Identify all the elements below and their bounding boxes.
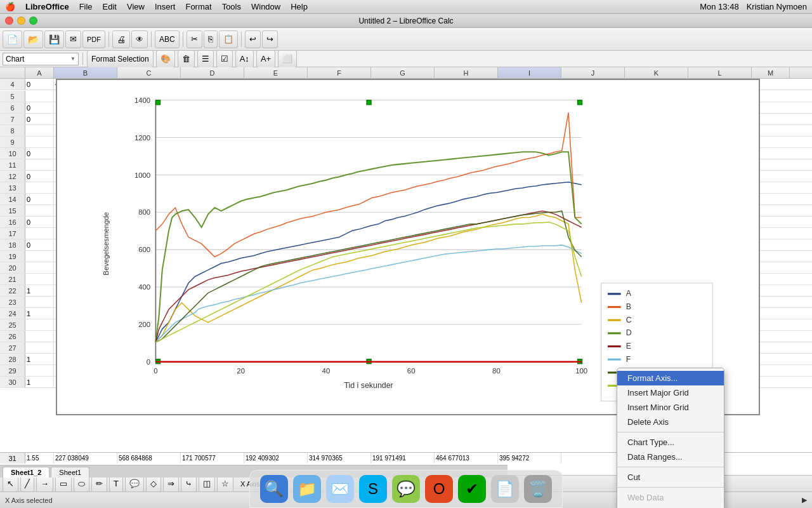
cell[interactable] [25, 342, 54, 353]
redo-button[interactable]: ↪ [262, 30, 278, 48]
pdf-button[interactable]: PDF [82, 30, 105, 48]
dock-trash[interactable]: 🗑️ [524, 475, 552, 503]
cell[interactable]: 0 [25, 194, 54, 204]
print-button[interactable]: 🖨 [112, 30, 130, 48]
ctx-cut[interactable]: Cut [617, 470, 724, 485]
save-button[interactable]: 💾 [44, 30, 64, 48]
col-header-a[interactable]: A [25, 67, 54, 78]
undo-button[interactable]: ↩ [245, 30, 261, 48]
maximize-button[interactable] [29, 17, 37, 25]
new-button[interactable]: 📄 [3, 30, 22, 48]
minimize-button[interactable] [17, 17, 25, 25]
col-header-f[interactable]: F [308, 67, 371, 78]
format-selection-button[interactable]: Format Selection [87, 50, 154, 68]
col-header-b[interactable]: B [54, 67, 117, 78]
ctx-delete-axis[interactable]: Delete Axis [617, 415, 724, 429]
cell[interactable]: 1 [25, 354, 54, 364]
name-box-arrow[interactable]: ▼ [70, 56, 75, 62]
cell[interactable]: 0 [25, 171, 54, 182]
open-button[interactable]: 📂 [23, 30, 43, 48]
cell[interactable]: 0 [25, 217, 54, 227]
ctx-insert-minor-grid[interactable]: Insert Minor Grid [617, 400, 724, 415]
col-header-k[interactable]: K [625, 67, 688, 78]
col-header-d[interactable]: D [181, 67, 244, 78]
cell[interactable]: 1 [25, 308, 54, 319]
menu-insert[interactable]: Insert [155, 2, 176, 11]
menu-view[interactable]: View [127, 2, 145, 11]
cell[interactable]: 314 970365 [308, 453, 371, 464]
cell[interactable]: 0 [25, 148, 54, 159]
menu-tools[interactable]: Tools [222, 2, 241, 11]
apple-menu[interactable]: 🍎 [5, 2, 15, 11]
cell[interactable]: 191 971491 [371, 453, 435, 464]
paste-button[interactable]: 📋 [219, 30, 238, 48]
col-header-e[interactable]: E [244, 67, 308, 78]
spellcheck-button[interactable]: ABC [155, 30, 180, 48]
chart-fontsize-btn[interactable]: A+ [256, 50, 275, 68]
chart-container[interactable]: Bevegelsesmengde [56, 79, 760, 415]
chart-style-btn1[interactable]: 🎨 [156, 50, 175, 68]
cell[interactable] [25, 182, 54, 193]
dock-finder[interactable]: 🔍 [260, 475, 288, 503]
cell[interactable] [25, 319, 54, 330]
col-header-g[interactable]: G [371, 67, 435, 78]
cell[interactable] [25, 365, 54, 376]
cell[interactable]: 0 [25, 239, 54, 250]
cell[interactable]: 1.55 [25, 453, 54, 464]
menu-format[interactable]: Format [185, 2, 211, 11]
cut-button[interactable]: ✂ [187, 30, 202, 48]
chart-extra-btn[interactable]: ⬜ [278, 50, 297, 68]
cell[interactable]: 0 [25, 114, 54, 124]
close-button[interactable] [5, 17, 13, 25]
ctx-chart-type[interactable]: Chart Type... [617, 435, 724, 450]
name-box[interactable]: Chart ▼ [3, 53, 79, 65]
preview-button[interactable]: 👁 [131, 30, 148, 48]
col-header-c[interactable]: C [117, 67, 181, 78]
cell[interactable] [25, 125, 54, 136]
cell[interactable]: 192 409302 [244, 453, 308, 464]
dock-chat[interactable]: 💬 [392, 475, 420, 503]
cell[interactable] [25, 205, 54, 216]
dock-skype[interactable]: S [359, 475, 387, 503]
copy-button[interactable]: ⎘ [204, 30, 218, 48]
ctx-insert-major-grid[interactable]: Insert Major Grid [617, 385, 724, 400]
cell[interactable] [25, 331, 54, 342]
dock-folder[interactable]: 📁 [293, 475, 321, 503]
cell[interactable]: 0 [25, 79, 54, 90]
dock-libreoffice[interactable]: ✔ [458, 475, 486, 503]
cell[interactable] [25, 262, 54, 273]
tab-sheet1[interactable]: Sheet1 [51, 467, 89, 478]
menu-file[interactable]: File [79, 2, 93, 11]
chart-check-btn[interactable]: ☑ [216, 50, 233, 68]
tab-sheet1-2[interactable]: Sheet1_2 [3, 467, 49, 478]
cell[interactable]: 171 700577 [181, 453, 244, 464]
cell[interactable]: 1 [25, 285, 54, 296]
dock-finder2[interactable]: 📄 [491, 475, 519, 503]
cell[interactable] [25, 91, 54, 102]
cell[interactable] [25, 137, 54, 147]
col-header-i[interactable]: I [498, 67, 561, 78]
cell[interactable]: 395 94272 [498, 453, 561, 464]
cell[interactable] [25, 228, 54, 239]
menu-help[interactable]: Help [291, 2, 308, 11]
cell[interactable] [25, 251, 54, 262]
cell[interactable]: 1 [25, 377, 54, 387]
menu-edit[interactable]: Edit [103, 2, 117, 11]
cell[interactable]: 464 677013 [435, 453, 498, 464]
cell[interactable] [25, 274, 54, 284]
chart-list-btn[interactable]: ☰ [197, 50, 214, 68]
col-header-l[interactable]: L [688, 67, 752, 78]
cell[interactable] [25, 297, 54, 307]
ctx-data-ranges[interactable]: Data Ranges... [617, 450, 724, 464]
col-header-h[interactable]: H [435, 67, 498, 78]
chart-style-btn2[interactable]: 🗑 [178, 50, 195, 68]
email-button[interactable]: ✉ [65, 30, 81, 48]
cell[interactable] [25, 159, 54, 170]
cell[interactable]: 568 684868 [117, 453, 181, 464]
menu-window[interactable]: Window [251, 2, 280, 11]
dock-entourage[interactable]: O [425, 475, 453, 503]
col-header-m[interactable]: M [752, 67, 790, 78]
chart-font-btn[interactable]: A↕ [235, 50, 254, 68]
cell[interactable]: 0 [25, 102, 54, 113]
dock-mail[interactable]: ✉️ [326, 475, 354, 503]
